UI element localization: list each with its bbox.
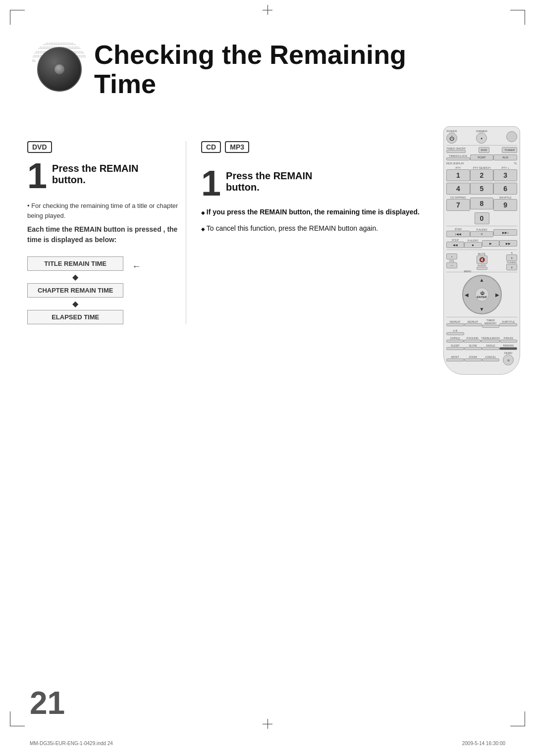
aux-button[interactable]: AUX [493, 154, 517, 160]
dvd-step-text: Press the REMAIN button. [52, 160, 139, 186]
num8-button[interactable]: 8 [470, 198, 494, 209]
power-button[interactable]: ⏻ [446, 133, 457, 144]
prev-track-button[interactable]: |◀◀ [446, 231, 470, 237]
tuner-section: TUNER [502, 147, 517, 153]
p-sound-section: P.SOUND [464, 337, 481, 343]
num0-row: 0 [446, 212, 517, 224]
demo-button[interactable]: ⊘ [503, 354, 514, 365]
remote-control-wrapper: POWER ⏻ DIMMER ▲ TIMER ON/OFF DVD TUNER [443, 126, 520, 375]
stop-button[interactable]: ■ [464, 242, 482, 248]
port-button[interactable]: PORT [470, 154, 494, 160]
pty-plus-section: PTY + 3 [493, 166, 517, 181]
subtitle-button[interactable] [499, 323, 517, 326]
transport-row2: STEP ◀◀ P.AUDIO ■ ▶ ▶▶ [446, 239, 517, 248]
angle-button[interactable] [482, 347, 500, 350]
dimmer-button[interactable]: ▲ [476, 133, 487, 144]
top-right-button[interactable] [506, 131, 517, 142]
remain-button[interactable] [499, 347, 517, 350]
footer-left: MM-DG35i-EUR-ENG-1-0429.indd 24 [30, 741, 113, 746]
timer-clock-row: TIMER/CLOCK PORT AUX [446, 154, 517, 160]
ab-row: A B [446, 329, 517, 335]
slow-button[interactable] [464, 347, 482, 350]
next-track-button[interactable]: ▶▶| [493, 229, 517, 236]
dimmer-label: DIMMER [476, 130, 487, 133]
numpad-row3: CD RIPPING 7 8 SHUFFLE 9 [446, 196, 517, 211]
crosshair-bottom [263, 719, 272, 729]
timer-clock-button[interactable] [446, 157, 470, 160]
pty-search-section: PTY SEARCH 2 [470, 166, 494, 181]
tuning-down-button[interactable]: ∨ [506, 264, 517, 270]
zoom-button[interactable] [464, 358, 482, 361]
dvd-btn-section: DVD [479, 147, 490, 153]
audio-button[interactable] [477, 267, 487, 270]
sleep-button[interactable] [446, 347, 464, 350]
num3-button[interactable]: 3 [493, 169, 517, 181]
most-button[interactable] [446, 358, 464, 361]
mute-section: MUTE 🔇 AUDIO [477, 252, 487, 270]
dvd-step-number: 1 [27, 158, 47, 194]
nav-down[interactable]: ▼ [480, 306, 484, 312]
rew-button[interactable]: ◀◀ [446, 242, 464, 248]
port-section: PORT [470, 154, 494, 160]
tuner-button[interactable]: TUNER [502, 147, 517, 153]
timer-onoff-section: TIMER ON/OFF [446, 147, 466, 153]
mute-button[interactable]: 🔇 [477, 255, 487, 264]
num6-button[interactable]: 6 [493, 183, 517, 195]
remote-power-row: POWER ⏻ DIMMER ▲ [446, 130, 517, 144]
arrow-2: ◆ [27, 298, 123, 310]
num9-button[interactable]: 9 [493, 199, 517, 211]
page-number: 21 [30, 685, 65, 721]
repeat2-button[interactable] [464, 323, 482, 326]
stop-section: STEP ◀◀ [446, 239, 464, 248]
rds-tl-row: RDS DISPLAY TL [446, 162, 517, 165]
most-row: MOST ZOOM CANCEL DEMO ⊘ [446, 352, 517, 365]
nav-circle: MENU ▲ ▼ ◀ ▶ ⏻ ENTER [462, 275, 502, 314]
timer-dvd-tuner-row: TIMER ON/OFF DVD TUNER [446, 147, 517, 153]
timer-onoff-button[interactable] [446, 150, 466, 153]
title-icon-circle [37, 47, 82, 92]
crosshair-top [263, 5, 272, 15]
num2-button[interactable]: 2 [470, 169, 494, 181]
nav-up[interactable]: ▲ [480, 277, 484, 283]
vol-minus-button[interactable]: — [446, 262, 457, 268]
mp3-badge: MP3 [225, 141, 249, 153]
vol-plus-button[interactable]: + [446, 253, 457, 259]
cd-badge: CD [201, 141, 221, 153]
cancel-button[interactable] [482, 358, 500, 361]
numpad-row2: 4 5 6 [446, 183, 517, 195]
timer-memory-button[interactable] [482, 325, 500, 328]
ab-button[interactable] [446, 332, 464, 335]
nav-circle-wrapper: MENU ▲ ▼ ◀ ▶ ⏻ ENTER [462, 275, 502, 314]
corner-mark-tl [10, 10, 25, 25]
num1-button[interactable]: 1 [446, 169, 470, 181]
ff-button[interactable]: ▶▶ [499, 240, 517, 247]
tuning-up-button[interactable]: ∧ [506, 254, 517, 261]
vol-plus-section: + VOL — [446, 253, 457, 268]
dvd-button[interactable]: DVD [479, 147, 490, 153]
num7-button[interactable]: 7 [446, 199, 470, 211]
corner-mark-bl [10, 711, 25, 726]
dvd-column: DVD 1 Press the REMAIN button. For check… [27, 141, 186, 324]
nav-left[interactable]: ◀ [465, 292, 469, 298]
next-section: ▶▶| [493, 229, 517, 236]
angle-section: ANGLE [482, 344, 500, 350]
slow-section: SLOW [464, 344, 482, 350]
vol-row: + VOL — MUTE 🔇 AUDIO S ∧ TUNING ∨ [446, 252, 517, 270]
num0-button[interactable]: 0 [475, 212, 489, 224]
p-sound-button[interactable] [464, 340, 481, 343]
treble-bass-button[interactable] [481, 340, 500, 343]
nav-right[interactable]: ▶ [495, 292, 499, 298]
title-icon-center [54, 64, 64, 74]
num5-button[interactable]: 5 [470, 183, 494, 195]
dspeq-button[interactable] [446, 340, 464, 343]
pause-button[interactable]: II [470, 231, 494, 237]
main-content-wrapper: DVD 1 Press the REMAIN button. For check… [27, 141, 508, 324]
enter-button[interactable]: ⏻ ENTER [475, 288, 489, 302]
ff-section: ▶ [482, 240, 500, 247]
repeat1-button[interactable] [446, 323, 464, 326]
p-bass-button[interactable] [500, 340, 517, 343]
tuning-section: S ∧ TUNING ∨ [506, 252, 517, 270]
play-button[interactable]: ▶ [482, 240, 500, 247]
chapter-remain-time: CHAPTER REMAIN TIME [27, 283, 123, 298]
num4-button[interactable]: 4 [446, 183, 470, 195]
